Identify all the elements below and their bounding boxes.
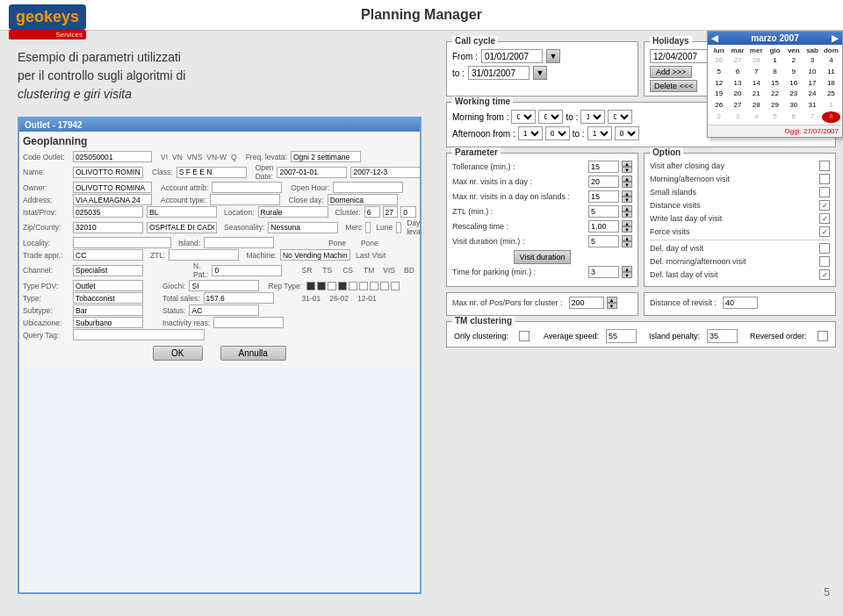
afternoon-from-h-select[interactable]: 15 <box>518 126 543 140</box>
subtype-input[interactable] <box>73 304 143 316</box>
cluster1-input[interactable] <box>364 206 380 218</box>
merc-input[interactable] <box>365 222 371 233</box>
morning-from-m-select[interactable]: 00 <box>538 110 563 124</box>
force-visits-checkbox[interactable]: ✓ <box>819 226 830 237</box>
channel-input[interactable] <box>73 265 143 276</box>
cluster2-input[interactable] <box>383 206 399 218</box>
query-input[interactable] <box>73 329 205 340</box>
tolerance-down[interactable]: ▼ <box>622 167 632 173</box>
max-visits-island-down[interactable]: ▼ <box>622 197 632 203</box>
ho-checkbox[interactable] <box>370 282 378 290</box>
island-penalty-input[interactable] <box>707 329 738 343</box>
name-input[interactable] <box>73 167 143 178</box>
write-last-day-checkbox[interactable]: ✓ <box>819 213 830 224</box>
visit-duration-input[interactable] <box>588 235 619 247</box>
visit-duration-down[interactable]: ▼ <box>622 241 632 247</box>
istat-input[interactable] <box>73 206 143 218</box>
reversed-order-checkbox[interactable] <box>818 331 828 341</box>
max-visits-day-down[interactable]: ▼ <box>622 182 632 188</box>
rescaling-up[interactable]: ▲ <box>622 220 632 226</box>
morning-from-h-select[interactable]: 09 <box>511 110 536 124</box>
ztl-down[interactable]: ▼ <box>622 211 632 218</box>
del-morning-checkbox[interactable] <box>819 256 830 267</box>
freq-levata-input[interactable] <box>291 151 361 162</box>
max-visits-day-up[interactable]: ▲ <box>622 175 632 182</box>
afternoon-from-m-select[interactable]: 00 <box>545 126 570 140</box>
morning-to-h-select[interactable]: 13 <box>580 110 605 124</box>
trade-input[interactable] <box>73 249 143 261</box>
call-to-dropdown[interactable]: ▼ <box>533 66 547 80</box>
calendar-next[interactable]: ▶ <box>832 33 839 43</box>
vis-checkbox[interactable] <box>349 282 357 290</box>
del-last-day-checkbox[interactable]: ✓ <box>819 269 830 280</box>
z-checkbox[interactable] <box>391 282 400 290</box>
call-to-input[interactable] <box>468 66 530 80</box>
ztl-param-input[interactable] <box>588 205 619 218</box>
giochi-input[interactable] <box>189 280 259 291</box>
open-date2-input[interactable] <box>350 167 421 178</box>
annulla-button[interactable]: Annulla <box>220 346 286 361</box>
max-visits-island-up[interactable]: ▲ <box>622 190 632 197</box>
max-visits-day-input[interactable] <box>588 175 619 188</box>
visit-duration-up[interactable]: ▲ <box>622 235 632 241</box>
rescaling-input[interactable] <box>588 220 619 233</box>
lune-input[interactable] <box>396 222 401 233</box>
open-date-input[interactable] <box>277 167 347 178</box>
cs-checkbox[interactable] <box>328 282 336 290</box>
class-input[interactable] <box>177 167 247 178</box>
owner-input[interactable] <box>73 182 152 193</box>
ztl-input[interactable] <box>169 249 239 261</box>
visit-after-checkbox[interactable] <box>819 161 830 171</box>
ts-checkbox[interactable] <box>317 282 326 290</box>
call-from-dropdown[interactable]: ▼ <box>546 49 560 63</box>
only-clustering-checkbox[interactable] <box>519 331 530 341</box>
distance-visits-checkbox[interactable]: ✓ <box>819 200 830 211</box>
holidays-delete-button[interactable]: Delete <<< <box>650 80 697 92</box>
locality-input[interactable] <box>73 237 171 248</box>
holidays-date-input[interactable] <box>650 49 711 63</box>
parking-up[interactable]: ▲ <box>622 266 632 272</box>
status-input[interactable] <box>189 304 259 316</box>
ubicazione-input[interactable] <box>73 317 143 328</box>
npat-input[interactable] <box>212 265 282 276</box>
max-pos-up[interactable]: ▲ <box>607 297 617 303</box>
ztl-up[interactable]: ▲ <box>622 205 632 211</box>
zip2-input[interactable] <box>147 222 217 233</box>
code-outlet-input[interactable] <box>73 151 152 162</box>
close-day-input[interactable] <box>328 194 398 205</box>
seasonality-input[interactable] <box>268 222 338 233</box>
com-checkbox[interactable] <box>380 282 389 290</box>
cluster3-input[interactable] <box>400 206 416 218</box>
small-islands-checkbox[interactable] <box>819 187 830 197</box>
type-pdv-input[interactable] <box>73 280 143 291</box>
istat2-input[interactable] <box>147 206 217 218</box>
calendar-prev[interactable]: ◀ <box>711 33 718 43</box>
visit-duration-button[interactable]: Visit duration <box>514 250 572 264</box>
tolerance-input[interactable] <box>588 161 619 173</box>
afternoon-to-h-select[interactable]: 19 <box>587 126 612 140</box>
parking-input[interactable] <box>588 266 619 278</box>
holidays-add-button[interactable]: Add >>> <box>650 66 692 78</box>
morning-to-m-select[interactable]: 00 <box>608 110 632 124</box>
machine-input[interactable] <box>280 249 350 261</box>
rescaling-down[interactable]: ▼ <box>622 226 632 233</box>
type-input[interactable] <box>73 292 143 304</box>
del-day-checkbox[interactable] <box>819 243 830 254</box>
max-pos-down[interactable]: ▼ <box>607 303 617 309</box>
account-attr-input[interactable] <box>212 182 282 193</box>
afternoon-to-m-select[interactable]: 00 <box>615 126 639 140</box>
average-speed-input[interactable] <box>606 329 637 343</box>
open-hour-input[interactable] <box>333 182 403 193</box>
inactivity-input[interactable] <box>213 317 284 328</box>
total-sales-input[interactable] <box>204 292 274 304</box>
bd-checkbox[interactable] <box>359 282 368 290</box>
zip-input[interactable] <box>73 222 143 233</box>
account-type-input[interactable] <box>210 194 280 205</box>
tolerance-up[interactable]: ▲ <box>622 161 632 167</box>
call-from-input[interactable] <box>481 49 543 63</box>
distance-input[interactable] <box>723 297 758 309</box>
island-input[interactable] <box>204 237 274 248</box>
address-input[interactable] <box>73 194 152 205</box>
max-pos-input[interactable] <box>569 297 604 309</box>
parking-down[interactable]: ▼ <box>622 272 632 278</box>
